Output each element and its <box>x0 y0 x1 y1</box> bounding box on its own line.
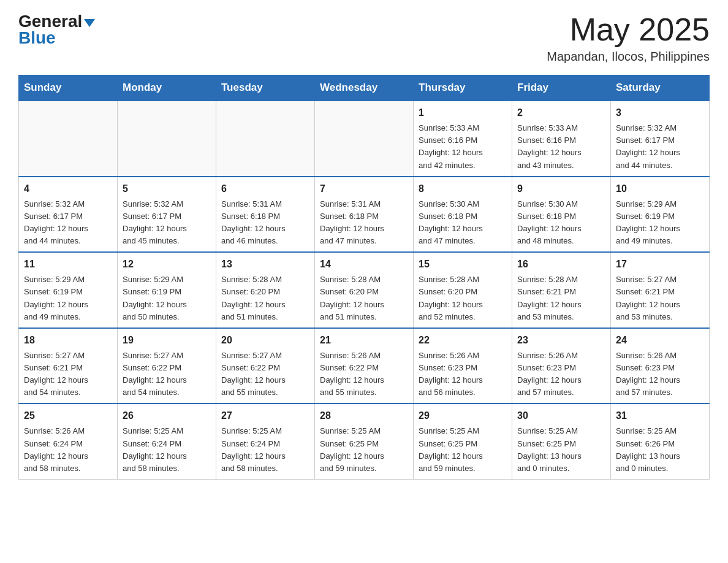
table-row: 23Sunrise: 5:26 AM Sunset: 6:23 PM Dayli… <box>512 328 611 404</box>
day-number: 28 <box>320 408 408 423</box>
sun-info: Sunrise: 5:25 AM Sunset: 6:25 PM Dayligh… <box>517 425 605 475</box>
table-row <box>118 101 216 177</box>
sun-info: Sunrise: 5:31 AM Sunset: 6:18 PM Dayligh… <box>320 198 408 248</box>
day-number: 2 <box>517 105 605 120</box>
sun-info: Sunrise: 5:32 AM Sunset: 6:17 PM Dayligh… <box>616 122 704 172</box>
sun-info: Sunrise: 5:33 AM Sunset: 6:16 PM Dayligh… <box>517 122 605 172</box>
calendar-week-row: 18Sunrise: 5:27 AM Sunset: 6:21 PM Dayli… <box>19 328 710 404</box>
sun-info: Sunrise: 5:30 AM Sunset: 6:18 PM Dayligh… <box>419 198 507 248</box>
table-row: 11Sunrise: 5:29 AM Sunset: 6:19 PM Dayli… <box>19 252 118 328</box>
table-row <box>216 101 315 177</box>
sun-info: Sunrise: 5:29 AM Sunset: 6:19 PM Dayligh… <box>24 274 112 323</box>
day-number: 25 <box>24 408 112 423</box>
logo-arrow-icon <box>84 19 95 27</box>
table-row: 6Sunrise: 5:31 AM Sunset: 6:18 PM Daylig… <box>216 177 315 253</box>
table-row: 21Sunrise: 5:26 AM Sunset: 6:22 PM Dayli… <box>315 328 414 404</box>
col-friday: Friday <box>512 75 611 101</box>
table-row: 9Sunrise: 5:30 AM Sunset: 6:18 PM Daylig… <box>512 177 611 253</box>
title-area: May 2025 Mapandan, Ilocos, Philippines <box>547 12 710 64</box>
table-row: 26Sunrise: 5:25 AM Sunset: 6:24 PM Dayli… <box>118 404 216 479</box>
month-title: May 2025 <box>547 12 710 47</box>
table-row: 17Sunrise: 5:27 AM Sunset: 6:21 PM Dayli… <box>611 252 710 328</box>
day-number: 3 <box>616 105 704 120</box>
logo-blue-text: Blue <box>18 29 95 48</box>
calendar-week-row: 11Sunrise: 5:29 AM Sunset: 6:19 PM Dayli… <box>19 252 710 328</box>
table-row: 12Sunrise: 5:29 AM Sunset: 6:19 PM Dayli… <box>118 252 216 328</box>
sun-info: Sunrise: 5:26 AM Sunset: 6:24 PM Dayligh… <box>24 425 112 475</box>
day-number: 20 <box>221 333 309 348</box>
table-row: 25Sunrise: 5:26 AM Sunset: 6:24 PM Dayli… <box>19 404 118 479</box>
table-row: 15Sunrise: 5:28 AM Sunset: 6:20 PM Dayli… <box>414 252 512 328</box>
table-row: 5Sunrise: 5:32 AM Sunset: 6:17 PM Daylig… <box>118 177 216 253</box>
table-row: 14Sunrise: 5:28 AM Sunset: 6:20 PM Dayli… <box>315 252 414 328</box>
sun-info: Sunrise: 5:26 AM Sunset: 6:22 PM Dayligh… <box>320 350 408 399</box>
sun-info: Sunrise: 5:33 AM Sunset: 6:16 PM Dayligh… <box>419 122 507 172</box>
table-row: 29Sunrise: 5:25 AM Sunset: 6:25 PM Dayli… <box>414 404 512 479</box>
table-row: 22Sunrise: 5:26 AM Sunset: 6:23 PM Dayli… <box>414 328 512 404</box>
day-number: 12 <box>123 257 211 272</box>
page-header: General Blue May 2025 Mapandan, Ilocos, … <box>18 12 710 64</box>
day-number: 26 <box>123 408 211 423</box>
table-row: 28Sunrise: 5:25 AM Sunset: 6:25 PM Dayli… <box>315 404 414 479</box>
day-number: 7 <box>320 182 408 196</box>
col-wednesday: Wednesday <box>315 75 414 101</box>
day-number: 30 <box>517 408 605 423</box>
table-row: 20Sunrise: 5:27 AM Sunset: 6:22 PM Dayli… <box>216 328 315 404</box>
sun-info: Sunrise: 5:27 AM Sunset: 6:21 PM Dayligh… <box>616 274 704 323</box>
day-number: 29 <box>419 408 507 423</box>
sun-info: Sunrise: 5:25 AM Sunset: 6:26 PM Dayligh… <box>616 425 704 475</box>
sun-info: Sunrise: 5:25 AM Sunset: 6:24 PM Dayligh… <box>221 425 309 475</box>
day-number: 5 <box>123 182 211 196</box>
day-number: 31 <box>616 408 704 423</box>
table-row: 30Sunrise: 5:25 AM Sunset: 6:25 PM Dayli… <box>512 404 611 479</box>
sun-info: Sunrise: 5:27 AM Sunset: 6:22 PM Dayligh… <box>221 350 309 399</box>
calendar-week-row: 4Sunrise: 5:32 AM Sunset: 6:17 PM Daylig… <box>19 177 710 253</box>
day-number: 13 <box>221 257 309 272</box>
table-row: 19Sunrise: 5:27 AM Sunset: 6:22 PM Dayli… <box>118 328 216 404</box>
table-row <box>315 101 414 177</box>
table-row: 1Sunrise: 5:33 AM Sunset: 6:16 PM Daylig… <box>414 101 512 177</box>
location-title: Mapandan, Ilocos, Philippines <box>547 50 710 64</box>
table-row: 24Sunrise: 5:26 AM Sunset: 6:23 PM Dayli… <box>611 328 710 404</box>
table-row: 4Sunrise: 5:32 AM Sunset: 6:17 PM Daylig… <box>19 177 118 253</box>
sun-info: Sunrise: 5:31 AM Sunset: 6:18 PM Dayligh… <box>221 198 309 248</box>
table-row: 3Sunrise: 5:32 AM Sunset: 6:17 PM Daylig… <box>611 101 710 177</box>
day-number: 1 <box>419 105 507 120</box>
table-row: 18Sunrise: 5:27 AM Sunset: 6:21 PM Dayli… <box>19 328 118 404</box>
table-row: 27Sunrise: 5:25 AM Sunset: 6:24 PM Dayli… <box>216 404 315 479</box>
sun-info: Sunrise: 5:26 AM Sunset: 6:23 PM Dayligh… <box>517 350 605 399</box>
day-number: 22 <box>419 333 507 348</box>
calendar-table: Sunday Monday Tuesday Wednesday Thursday… <box>18 75 710 480</box>
sun-info: Sunrise: 5:27 AM Sunset: 6:22 PM Dayligh… <box>123 350 211 399</box>
table-row: 7Sunrise: 5:31 AM Sunset: 6:18 PM Daylig… <box>315 177 414 253</box>
day-number: 27 <box>221 408 309 423</box>
sun-info: Sunrise: 5:25 AM Sunset: 6:25 PM Dayligh… <box>320 425 408 475</box>
sun-info: Sunrise: 5:29 AM Sunset: 6:19 PM Dayligh… <box>123 274 211 323</box>
table-row: 16Sunrise: 5:28 AM Sunset: 6:21 PM Dayli… <box>512 252 611 328</box>
day-number: 9 <box>517 182 605 196</box>
table-row: 13Sunrise: 5:28 AM Sunset: 6:20 PM Dayli… <box>216 252 315 328</box>
day-number: 16 <box>517 257 605 272</box>
calendar-week-row: 1Sunrise: 5:33 AM Sunset: 6:16 PM Daylig… <box>19 101 710 177</box>
day-number: 15 <box>419 257 507 272</box>
calendar-week-row: 25Sunrise: 5:26 AM Sunset: 6:24 PM Dayli… <box>19 404 710 479</box>
table-row <box>19 101 118 177</box>
day-number: 11 <box>24 257 112 272</box>
calendar-header-row: Sunday Monday Tuesday Wednesday Thursday… <box>19 75 710 101</box>
day-number: 17 <box>616 257 704 272</box>
sun-info: Sunrise: 5:27 AM Sunset: 6:21 PM Dayligh… <box>24 350 112 399</box>
sun-info: Sunrise: 5:25 AM Sunset: 6:24 PM Dayligh… <box>123 425 211 475</box>
sun-info: Sunrise: 5:28 AM Sunset: 6:21 PM Dayligh… <box>517 274 605 323</box>
sun-info: Sunrise: 5:26 AM Sunset: 6:23 PM Dayligh… <box>616 350 704 399</box>
day-number: 14 <box>320 257 408 272</box>
table-row: 2Sunrise: 5:33 AM Sunset: 6:16 PM Daylig… <box>512 101 611 177</box>
col-saturday: Saturday <box>611 75 710 101</box>
col-thursday: Thursday <box>414 75 512 101</box>
sun-info: Sunrise: 5:32 AM Sunset: 6:17 PM Dayligh… <box>24 198 112 248</box>
logo: General Blue <box>18 12 95 48</box>
sun-info: Sunrise: 5:28 AM Sunset: 6:20 PM Dayligh… <box>419 274 507 323</box>
col-sunday: Sunday <box>19 75 118 101</box>
sun-info: Sunrise: 5:26 AM Sunset: 6:23 PM Dayligh… <box>419 350 507 399</box>
sun-info: Sunrise: 5:29 AM Sunset: 6:19 PM Dayligh… <box>616 198 704 248</box>
sun-info: Sunrise: 5:32 AM Sunset: 6:17 PM Dayligh… <box>123 198 211 248</box>
